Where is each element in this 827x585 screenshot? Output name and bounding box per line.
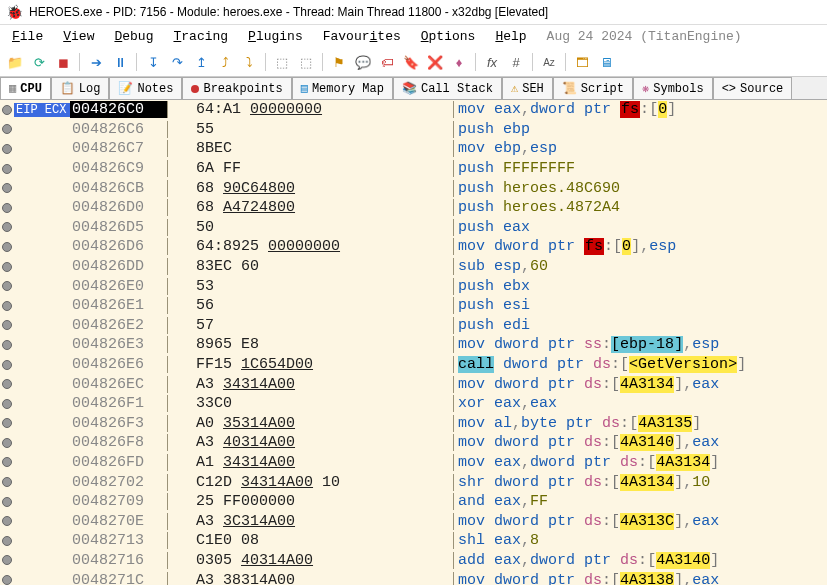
open-button[interactable]: 📁 [4,51,26,73]
breakpoint-gutter[interactable] [0,203,14,213]
address-cell[interactable]: 00482702 [70,474,168,491]
tab-script[interactable]: 📜 Script [553,77,633,99]
disasm-row[interactable]: 0048271CA3 38314A00mov dword ptr ds:[4A3… [0,570,827,585]
bytes-cell[interactable]: C12D 34314A00 10 [192,474,454,491]
disasm-row[interactable]: 0048270925 FF000000and eax,FF [0,492,827,512]
disasm-cell[interactable]: mov eax,dword ptr fs:[0] [454,101,827,118]
bytes-cell[interactable]: 57 [192,317,454,334]
step-over-button[interactable]: ↷ [166,51,188,73]
tab-call-stack[interactable]: 📚 Call Stack [393,77,502,99]
disasm-cell[interactable]: push ebx [454,278,827,295]
address-cell[interactable]: 004826C9 [70,160,168,177]
address-cell[interactable]: 0048271C [70,572,168,585]
disasm-cell[interactable]: push heroes.48C690 [454,180,827,197]
disasm-cell[interactable]: mov dword ptr ds:[4A3134],eax [454,376,827,393]
bytes-cell[interactable]: 55 [192,121,454,138]
bytes-cell[interactable]: 64:A1 00000000 [192,101,454,118]
bytes-cell[interactable]: 56 [192,297,454,314]
disasm-row[interactable]: 00482702C12D 34314A00 10shr dword ptr ds… [0,472,827,492]
address-cell[interactable]: 004826EC [70,376,168,393]
tab-seh[interactable]: ⚠ SEH [502,77,553,99]
breakpoint-gutter[interactable] [0,105,14,115]
address-cell[interactable]: 004826E0 [70,278,168,295]
disasm-row[interactable]: 004826F8A3 40314A00mov dword ptr ds:[4A3… [0,433,827,453]
bytes-cell[interactable]: 64:8925 00000000 [192,238,454,255]
address-cell[interactable]: 00482709 [70,493,168,510]
bytes-cell[interactable]: A1 34314A00 [192,454,454,471]
settings-button[interactable]: 🗔 [571,51,593,73]
tab-cpu[interactable]: ▦ CPU [0,77,51,99]
breakpoint-gutter[interactable] [0,222,14,232]
bytes-cell[interactable]: 25 FF000000 [192,493,454,510]
address-cell[interactable]: 004826DD [70,258,168,275]
tab-log[interactable]: 📋 Log [51,77,110,99]
menu-options[interactable]: Options [413,27,484,46]
run-button[interactable]: ➔ [85,51,107,73]
disasm-row[interactable]: 004826CB68 90C64800push heroes.48C690 [0,178,827,198]
disasm-row[interactable]: 004826D550push eax [0,218,827,238]
menu-tracing[interactable]: Tracing [165,27,236,46]
step-till-return-button[interactable]: ⤴ [214,51,236,73]
bytes-cell[interactable]: 68 90C64800 [192,180,454,197]
address-cell[interactable]: 004826F3 [70,415,168,432]
tab-memory-map[interactable]: ▤ Memory Map [292,77,393,99]
address-cell[interactable]: 004826E6 [70,356,168,373]
bytes-cell[interactable]: 50 [192,219,454,236]
disasm-cell[interactable]: add eax,dword ptr ds:[4A3140] [454,552,827,569]
disasm-cell[interactable]: push eax [454,219,827,236]
bytes-cell[interactable]: A3 3C314A00 [192,513,454,530]
breakpoint-gutter[interactable] [0,418,14,428]
bytes-cell[interactable]: FF15 1C654D00 [192,356,454,373]
disasm-cell[interactable]: mov ebp,esp [454,140,827,157]
disasm-cell[interactable]: shl eax,8 [454,532,827,549]
bytes-cell[interactable]: 33C0 [192,395,454,412]
trace-into-button[interactable]: ⬚ [271,51,293,73]
variables-button[interactable]: ♦ [448,51,470,73]
disasm-row[interactable]: 004826F3A0 35314A00mov al,byte ptr ds:[4… [0,414,827,434]
address-cell[interactable]: 004826E1 [70,297,168,314]
disasm-cell[interactable]: push ebp [454,121,827,138]
disasm-cell[interactable]: call dword ptr ds:[<GetVersion>] [454,356,827,373]
menu-view[interactable]: View [55,27,102,46]
menu-favourites[interactable]: Favourites [315,27,409,46]
stop-button[interactable]: ◼ [52,51,74,73]
disasm-cell[interactable]: xor eax,eax [454,395,827,412]
breakpoint-gutter[interactable] [0,477,14,487]
step-into-button[interactable]: ↧ [142,51,164,73]
breakpoint-gutter[interactable] [0,379,14,389]
menu-file[interactable]: File [4,27,51,46]
bytes-cell[interactable]: A3 34314A00 [192,376,454,393]
disasm-row[interactable]: 004826ECA3 34314A00mov dword ptr ds:[4A3… [0,374,827,394]
disasm-cell[interactable]: mov dword ptr ds:[4A3140],eax [454,434,827,451]
disasm-cell[interactable]: sub esp,60 [454,258,827,275]
bytes-cell[interactable]: 6A FF [192,160,454,177]
breakpoint-gutter[interactable] [0,262,14,272]
bytes-cell[interactable]: 8BEC [192,140,454,157]
pause-button[interactable]: ⏸ [109,51,131,73]
disasm-row[interactable]: 004826E156push esi [0,296,827,316]
disasm-cell[interactable]: mov dword ptr ss:[ebp-18],esp [454,336,827,353]
breakpoint-gutter[interactable] [0,497,14,507]
tab-notes[interactable]: 📝 Notes [109,77,182,99]
address-cell[interactable]: 004826C0 [70,101,168,118]
disasm-row[interactable]: 004826C655push ebp [0,120,827,140]
breakpoint-gutter[interactable] [0,124,14,134]
disasm-row[interactable]: 00482713C1E0 08shl eax,8 [0,531,827,551]
breakpoint-gutter[interactable] [0,242,14,252]
az-button[interactable]: Az [538,51,560,73]
tab-source[interactable]: <> Source [713,77,793,99]
disasm-cell[interactable]: push heroes.4872A4 [454,199,827,216]
breakpoint-gutter[interactable] [0,281,14,291]
fx-button[interactable]: fx [481,51,503,73]
trace-over-button[interactable]: ⬚ [295,51,317,73]
appearance-button[interactable]: 🖥 [595,51,617,73]
disasm-row[interactable]: 004826C78BECmov ebp,esp [0,139,827,159]
tab-breakpoints[interactable]: Breakpoints [182,77,291,99]
disasm-row[interactable]: 0048270EA3 3C314A00mov dword ptr ds:[4A3… [0,511,827,531]
breakpoint-gutter[interactable] [0,164,14,174]
bytes-cell[interactable]: 68 A4724800 [192,199,454,216]
functions-button[interactable]: ❌ [424,51,446,73]
breakpoint-gutter[interactable] [0,183,14,193]
bytes-cell[interactable]: A0 35314A00 [192,415,454,432]
disasm-row[interactable]: 004826FDA1 34314A00mov eax,dword ptr ds:… [0,453,827,473]
